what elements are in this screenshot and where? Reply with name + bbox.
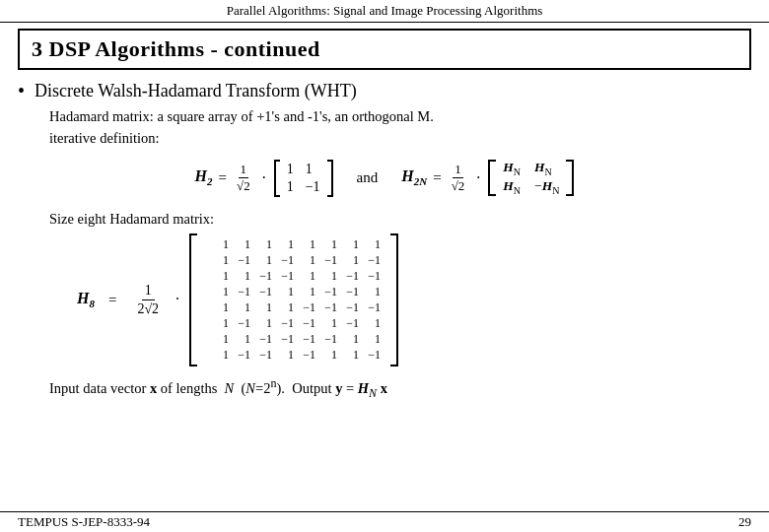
h8-frac-num: 1	[142, 283, 155, 300]
h2n-label: H2N	[401, 167, 427, 187]
section-title-box: 3 DSP Algorithms - continued	[18, 29, 751, 70]
h8-cell-5-0: 1	[207, 316, 229, 331]
h2n-equals: =	[433, 169, 441, 186]
h8-cell-2-7: −1	[359, 269, 381, 284]
h8-cell-7-2: −1	[250, 348, 272, 363]
h8-matrix-wrap: 111111111−11−11−11−111−1−111−1−11−1−111−…	[189, 233, 398, 366]
h8-matrix-content: 111111111−11−11−11−111−1−111−1−11−1−111−…	[201, 233, 386, 366]
h8-cell-7-6: 1	[337, 348, 359, 363]
h2-frac-num: 1	[239, 162, 249, 178]
h8-cell-6-7: 1	[359, 332, 381, 347]
h8-cell-1-2: 1	[250, 253, 272, 268]
h8-cell-0-7: 1	[359, 237, 381, 252]
h8-cell-1-0: 1	[207, 253, 229, 268]
h8-cell-7-3: 1	[272, 348, 294, 363]
h8-cell-7-7: −1	[359, 348, 381, 363]
formula-row: H2 = 1 √2 · 1 1 1 −1 and H2N =	[18, 160, 751, 197]
footer-right: 29	[738, 514, 751, 530]
h8-cell-4-7: −1	[359, 300, 381, 315]
header-title-text: Parallel Algorithms: Signal and Image Pr…	[227, 3, 543, 18]
h8-cell-0-5: 1	[315, 237, 337, 252]
h2n-cell-10: HN	[503, 178, 521, 196]
h8-cell-2-3: −1	[272, 269, 294, 284]
h8-cell-0-1: 1	[229, 237, 250, 252]
h8-dot: ·	[175, 291, 179, 308]
h2-matrix-wrap: 1 1 1 −1	[274, 160, 333, 197]
h8-cell-2-1: 1	[229, 269, 250, 284]
h8-cell-0-6: 1	[337, 237, 359, 252]
h8-cell-6-0: 1	[207, 332, 229, 347]
h8-cell-2-0: 1	[207, 269, 229, 284]
h8-cell-1-4: 1	[294, 253, 315, 268]
h8-cell-4-6: −1	[337, 300, 359, 315]
main-content: • Discrete Walsh-Hadamard Transform (WHT…	[0, 80, 769, 403]
h2n-cell-00: HN	[503, 160, 521, 177]
h2-cell-11: −1	[306, 179, 320, 195]
h2n-matrix-right-bracket	[566, 160, 574, 195]
footer-left: TEMPUS S-JEP-8333-94	[18, 514, 150, 530]
h2n-formula: H2N = 1 √2 · HN HN HN −HN	[401, 160, 574, 195]
footer: TEMPUS S-JEP-8333-94 29	[0, 511, 769, 532]
h8-cell-7-5: 1	[315, 348, 337, 363]
h8-cell-2-5: 1	[315, 269, 337, 284]
h8-cell-3-0: 1	[207, 285, 229, 299]
h2-cell-00: 1	[287, 162, 294, 177]
h8-cell-0-0: 1	[207, 237, 229, 252]
h8-cell-1-3: −1	[272, 253, 294, 268]
h8-cell-6-6: 1	[337, 332, 359, 347]
h2n-fraction: 1 √2	[450, 162, 467, 194]
h8-matrix-left-bracket	[189, 233, 197, 366]
h8-cell-1-6: 1	[337, 253, 359, 268]
h2n-frac-den: √2	[450, 178, 467, 194]
h2-cell-10: 1	[287, 179, 294, 195]
h2-matrix-right-bracket	[327, 160, 333, 197]
h8-cell-0-4: 1	[294, 237, 315, 252]
h2n-dot: ·	[476, 169, 480, 187]
bullet1-title-text: Discrete Walsh-Hadamard Transform (WHT)	[35, 81, 357, 101]
hadamard-description: Hadamard matrix: a square array of +1's …	[49, 106, 751, 150]
h8-cell-0-3: 1	[272, 237, 294, 252]
h8-cell-2-6: −1	[337, 269, 359, 284]
h8-label: H8	[77, 290, 95, 309]
h8-cell-2-2: −1	[250, 269, 272, 284]
h2-formula: H2 = 1 √2 · 1 1 1 −1	[195, 160, 333, 197]
bullet-symbol: •	[18, 80, 25, 102]
h8-cell-4-1: 1	[229, 300, 250, 315]
h2n-matrix-content: HN HN HN −HN	[499, 160, 563, 195]
h8-frac-den: 2√2	[134, 300, 162, 317]
h8-cell-5-4: −1	[294, 316, 315, 331]
h8-cell-6-4: −1	[294, 332, 315, 347]
h8-cell-6-2: −1	[250, 332, 272, 347]
section-title-text: 3 DSP Algorithms - continued	[32, 36, 320, 61]
input-line: Input data vector x of lengths N (N=2n).…	[49, 374, 751, 403]
size8-label: Size eight Hadamard matrix:	[49, 211, 214, 228]
h8-cell-5-3: −1	[272, 316, 294, 331]
h2-label: H2	[195, 167, 213, 187]
h2-matrix-content: 1 1 1 −1	[283, 160, 324, 197]
h8-cell-3-3: 1	[272, 285, 294, 299]
h8-cell-1-1: −1	[229, 253, 250, 268]
hadamard-desc-line2: iterative definition:	[49, 128, 751, 150]
h2-fraction: 1 √2	[235, 162, 252, 194]
h8-cell-7-0: 1	[207, 348, 229, 363]
header-title: Parallel Algorithms: Signal and Image Pr…	[0, 0, 769, 23]
h8-cell-3-4: 1	[294, 285, 315, 299]
h8-cell-5-5: 1	[315, 316, 337, 331]
and-text: and	[357, 169, 379, 186]
h8-cell-2-4: 1	[294, 269, 315, 284]
h8-cell-1-5: −1	[315, 253, 337, 268]
h8-cell-1-7: −1	[359, 253, 381, 268]
h8-cell-3-2: −1	[250, 285, 272, 299]
h8-cell-4-5: −1	[315, 300, 337, 315]
h2n-cell-11: −HN	[534, 178, 559, 196]
h2-cell-01: 1	[306, 162, 320, 177]
h8-cell-4-3: 1	[272, 300, 294, 315]
h8-formula: H8 = 1 2√2 · 111111111−11−11−11−111−1−11…	[77, 233, 751, 366]
h2-matrix-left-bracket	[274, 160, 280, 197]
h8-cell-7-4: −1	[294, 348, 315, 363]
h8-cell-6-1: 1	[229, 332, 250, 347]
h8-cell-3-5: −1	[315, 285, 337, 299]
h8-cell-6-5: −1	[315, 332, 337, 347]
hadamard-desc-line1: Hadamard matrix: a square array of +1's …	[49, 106, 751, 128]
h8-cell-5-1: −1	[229, 316, 250, 331]
